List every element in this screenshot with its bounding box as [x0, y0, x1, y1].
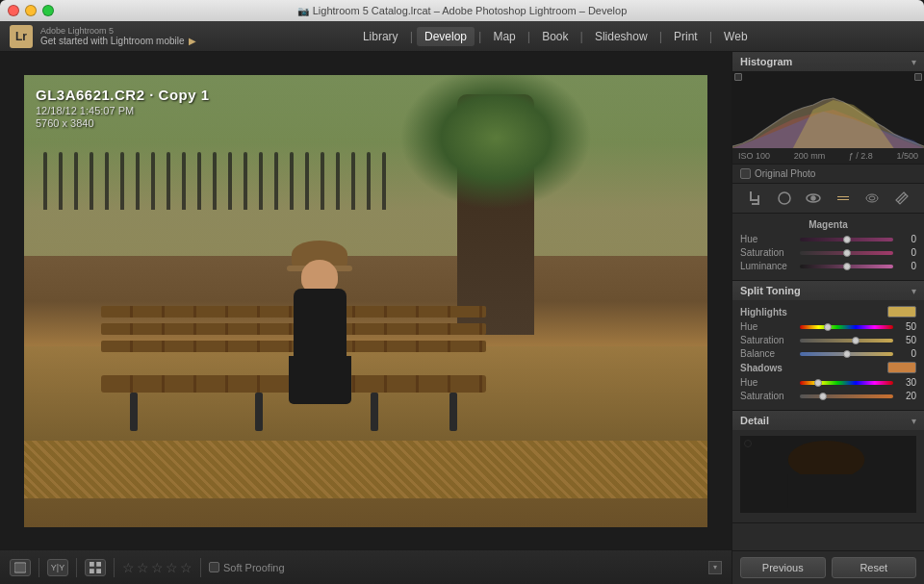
tool-icons-row	[732, 184, 924, 214]
tab-sep-2: |	[476, 29, 483, 43]
fence-post	[120, 152, 124, 210]
nav-left: Adobe Lightroom 5 Get started with Light…	[40, 26, 196, 46]
lr-logo: Lr	[10, 25, 33, 48]
photo-dimensions: 5760 x 3840	[36, 117, 210, 129]
sat-slider-thumb[interactable]	[843, 249, 851, 257]
highlights-hue-track[interactable]	[800, 325, 893, 329]
original-photo-checkbox[interactable]	[740, 168, 751, 179]
fence-post	[259, 152, 263, 210]
tab-library[interactable]: Library	[355, 27, 406, 46]
hue-label: Hue	[740, 234, 796, 244]
histogram-info: ISO 100 200 mm ƒ / 2.8 1/500	[732, 148, 924, 164]
svg-line-21	[898, 194, 906, 202]
svg-rect-4	[90, 569, 94, 573]
lum-slider-row: Luminance 0	[740, 261, 916, 271]
tab-slideshow[interactable]: Slideshow	[587, 27, 655, 46]
view-mode-button[interactable]	[10, 559, 31, 576]
soft-proofing-toggle[interactable]: Soft Proofing	[209, 562, 285, 573]
toolbar-dropdown-button[interactable]: ▾	[708, 561, 722, 574]
tab-map[interactable]: Map	[485, 27, 523, 46]
star-rating[interactable]: ☆ ☆ ☆ ☆ ☆	[122, 560, 192, 575]
highlights-sat-track[interactable]	[800, 339, 893, 343]
hue-slider-thumb[interactable]	[843, 236, 851, 243]
graduated-filter-icon[interactable]	[834, 189, 853, 208]
tab-web[interactable]: Web	[716, 27, 755, 46]
detail-thumbnail	[740, 436, 916, 513]
highlights-sat-value: 50	[897, 335, 916, 345]
previous-button[interactable]: Previous	[740, 557, 826, 578]
highlights-sat-thumb[interactable]	[852, 337, 860, 344]
sat-label: Saturation	[740, 247, 796, 258]
histogram-exposure: 1/500	[896, 151, 918, 161]
shadows-color-swatch[interactable]	[887, 362, 916, 373]
balance-label: Balance	[740, 348, 796, 359]
lum-slider-thumb[interactable]	[843, 263, 851, 270]
histogram-graph	[732, 71, 924, 148]
spot-removal-icon[interactable]	[775, 189, 794, 208]
balance-value: 0	[897, 348, 916, 359]
shadows-hue-thumb[interactable]	[814, 379, 822, 387]
fence-post	[305, 152, 309, 210]
fence-post	[182, 152, 186, 210]
detail-header[interactable]: Detail ▾	[732, 411, 924, 430]
tab-sep-3: |	[526, 29, 532, 43]
photo-date: 12/18/12 1:45:07 PM	[36, 105, 210, 116]
bench-leg	[449, 393, 457, 431]
hue-slider-track[interactable]	[800, 238, 893, 241]
sat-slider-track[interactable]	[800, 251, 893, 255]
fence-post	[74, 152, 78, 210]
tab-develop[interactable]: Develop	[417, 27, 475, 46]
photo-container[interactable]: GL3A6621.CR2 · Copy 1 12/18/12 1:45:07 P…	[0, 52, 732, 549]
highlights-label: Highlights	[740, 307, 787, 317]
highlights-hue-thumb[interactable]	[824, 323, 832, 331]
tab-book[interactable]: Book	[534, 27, 576, 46]
fence-post	[90, 152, 93, 210]
main-content: GL3A6621.CR2 · Copy 1 12/18/12 1:45:07 P…	[0, 52, 924, 584]
maximize-button[interactable]	[42, 5, 54, 16]
lum-value: 0	[897, 261, 916, 271]
soft-proofing-checkbox[interactable]	[209, 562, 219, 572]
reset-button[interactable]: Reset	[832, 557, 917, 578]
hsl-color-label: Magenta	[808, 219, 848, 230]
bottom-toolbar: Y|Y ☆ ☆ ☆ ☆ ☆ Soft Proofing ▾	[0, 549, 732, 584]
adjustment-brush-icon[interactable]	[892, 189, 911, 208]
minimize-button[interactable]	[25, 5, 37, 16]
toolbar-separator	[200, 558, 201, 577]
highlights-color-swatch[interactable]	[887, 306, 916, 317]
crop-tool-icon[interactable]	[745, 189, 764, 208]
histogram-aperture: ƒ / 2.8	[849, 151, 873, 161]
fence-post	[105, 152, 109, 210]
detail-title: Detail	[740, 415, 769, 426]
close-button[interactable]	[8, 5, 19, 16]
hue-slider-row: Hue 0	[740, 234, 916, 244]
split-toning-collapse-icon: ▾	[911, 286, 916, 296]
tree	[457, 94, 534, 335]
fence-post	[382, 152, 386, 210]
shadows-sat-thumb[interactable]	[819, 393, 827, 400]
nav-bar: Lr Adobe Lightroom 5 Get started with Li…	[0, 21, 924, 52]
compare-button[interactable]: Y|Y	[47, 559, 68, 576]
shadows-sat-row: Saturation 20	[740, 391, 916, 401]
mobile-link[interactable]: Get started with Lightroom mobile ▶	[40, 36, 196, 46]
tab-print[interactable]: Print	[666, 27, 706, 46]
balance-track[interactable]	[800, 352, 893, 356]
highlights-hue-value: 50	[897, 321, 916, 332]
fence-post	[274, 152, 278, 210]
histogram-clipping-right[interactable]	[914, 73, 922, 81]
sat-slider-row: Saturation 0	[740, 247, 916, 258]
fence-post	[136, 152, 140, 210]
fence-post	[59, 152, 63, 210]
shadows-hue-track[interactable]	[800, 381, 893, 385]
balance-thumb[interactable]	[843, 350, 851, 358]
red-eye-icon[interactable]	[804, 189, 823, 208]
lum-slider-track[interactable]	[800, 265, 893, 268]
radial-filter-icon[interactable]	[862, 189, 882, 208]
detail-body	[732, 430, 924, 522]
shadows-sat-track[interactable]	[800, 394, 893, 398]
nav-tabs-container: Library | Develop | Map | Book | Slidesh…	[196, 27, 914, 46]
highlights-hue-row: Hue 50	[740, 321, 916, 332]
grid-button[interactable]	[85, 559, 106, 576]
split-toning-header[interactable]: Split Toning ▾	[732, 281, 924, 300]
histogram-header[interactable]: Histogram ▾	[732, 52, 924, 71]
histogram-clipping-left[interactable]	[734, 73, 742, 81]
